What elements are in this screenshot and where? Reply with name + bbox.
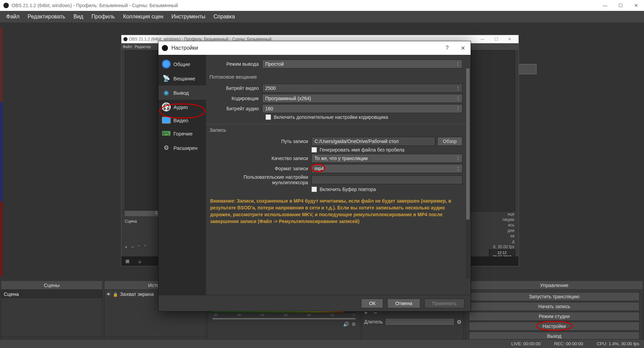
advanced-encoder-label: Включить дополнительные настройки кодиро… — [274, 114, 388, 120]
scene-item[interactable]: Сцена — [1, 290, 102, 298]
nav-hotkeys[interactable]: ⌨Горячие — [158, 126, 206, 141]
ok-button[interactable]: ОК — [361, 299, 383, 308]
settings-titlebar: Настройки ? ✕ — [158, 41, 471, 55]
inner-scene-item: Сцена — [125, 219, 137, 224]
scene-item-label: Сцена — [4, 291, 19, 297]
start-recording-button[interactable]: Начать запись — [469, 302, 640, 311]
inner-clock-time: 12:12 — [493, 251, 511, 255]
scrollbar-thumb[interactable] — [466, 68, 470, 220]
record-path-input[interactable]: C:/Users/gaida/OneDrive/Рабочий стол — [311, 137, 435, 146]
maximize-button[interactable]: ☐ — [613, 0, 628, 11]
muxer-input[interactable] — [311, 175, 462, 184]
inner-rt-1: ляцию — [493, 217, 514, 222]
menu-scene-collection[interactable]: Коллекция сцен — [119, 12, 167, 22]
gear-icon: ⚙ — [162, 143, 171, 152]
close-button[interactable]: ✕ — [628, 0, 644, 11]
inner-menu-file: Файл — [123, 45, 132, 49]
inner-rt-6: 6, 30.00 fps — [493, 244, 514, 250]
settings-footer: ОК Отмена Применить — [158, 295, 471, 311]
apply-button[interactable]: Применить — [424, 299, 464, 308]
volume-slider[interactable] — [213, 317, 355, 320]
nav-audio[interactable]: 🎧Аудио — [158, 100, 206, 114]
audio-bitrate-label: Битрейт аудио — [209, 106, 262, 111]
output-mode-select[interactable]: Простой▴▾ — [262, 60, 462, 68]
settings-scrollbar[interactable] — [466, 68, 470, 279]
dock-scenes: Сцены Сцена + − ˄ ˅ — [1, 281, 103, 347]
inner-app-icon — [123, 37, 128, 41]
ok-label: ОК — [369, 301, 375, 306]
menu-tools[interactable]: Инструменты — [167, 12, 209, 22]
nav-output-label: Вывод — [173, 90, 189, 96]
nav-video[interactable]: Видео — [158, 114, 206, 126]
globe-icon — [162, 60, 171, 68]
cancel-label: Отмена — [395, 301, 412, 306]
nav-output[interactable]: ◉Вывод — [158, 85, 206, 100]
transition-duration-input[interactable] — [385, 318, 455, 326]
browse-button[interactable]: Обзор — [437, 137, 462, 146]
dock-scenes-header: Сцены — [1, 281, 102, 290]
settings-content: Режим вывода Простой▴▾ Потоковое вещание… — [206, 55, 471, 295]
group-streaming: Потоковое вещание — [206, 71, 466, 82]
apply-label: Применить — [432, 301, 457, 306]
nav-advanced-label: Расширен — [173, 145, 198, 151]
chevron-down-icon: ▴▾ — [455, 155, 461, 162]
lock-icon[interactable] — [113, 291, 118, 297]
dock-controls: Управление Запустить трансляцию Начать з… — [465, 281, 643, 347]
advanced-encoder-checkbox[interactable] — [266, 114, 271, 120]
source-item-label: Захват экрана — [120, 291, 154, 297]
encoder-select[interactable]: Программный (x264)▴▾ — [262, 94, 462, 103]
chevron-down-icon: ▴▾ — [455, 105, 461, 112]
studio-mode-button[interactable]: Режим студии — [469, 312, 640, 321]
replay-buffer-checkbox[interactable] — [311, 187, 317, 192]
inner-min-icon: — — [476, 37, 489, 42]
eye-icon[interactable] — [106, 291, 111, 297]
start-streaming-button[interactable]: Запустить трансляцию — [469, 292, 640, 301]
nav-advanced[interactable]: ⚙Расширен — [158, 141, 206, 155]
video-bitrate-input[interactable]: 2500▴▾ — [262, 84, 462, 93]
inner-rt-5: д — [493, 239, 514, 244]
record-path-label: Путь записи — [209, 139, 311, 144]
chevron-down-icon: ▴▾ — [455, 61, 461, 67]
menu-edit[interactable]: Редактировать — [23, 12, 69, 22]
main-menubar: Файл Редактировать Вид Профиль Коллекция… — [0, 11, 644, 22]
menu-file[interactable]: Файл — [2, 12, 23, 22]
video-bitrate-value: 2500 — [265, 85, 276, 91]
nav-hotkeys-label: Горячие — [173, 131, 192, 137]
no-space-checkbox[interactable] — [311, 147, 317, 153]
settings-close-button[interactable]: ✕ — [455, 41, 471, 55]
mp4-warning: Внимание: Записи, сохраненные в MP4 буду… — [206, 194, 466, 228]
record-quality-select[interactable]: То же, что у трансляции▴▾ — [311, 154, 462, 163]
nav-stream-label: Вещание — [173, 76, 195, 81]
minimize-button[interactable]: — — [597, 0, 613, 11]
window-titlebar: OBS 21.1.2 (64bit, windows) - Профиль: Б… — [0, 0, 644, 11]
menu-help[interactable]: Справка — [209, 12, 239, 22]
meter-ticks: -60-50-40-30-20-100 — [213, 313, 355, 317]
chevron-down-icon: ▴▾ — [455, 165, 461, 172]
headphones-icon: 🎧 — [162, 102, 171, 111]
record-path-value: C:/Users/gaida/OneDrive/Рабочий стол — [315, 139, 399, 144]
inner-search-icon: ⌕ — [134, 258, 146, 264]
mute-button[interactable]: 🔊 — [343, 321, 349, 327]
app-icon — [3, 3, 9, 8]
inner-start-icon: ⊞ — [121, 258, 134, 264]
spinner-icon: ▴▾ — [455, 85, 461, 92]
chevron-down-icon: ▴▾ — [455, 95, 461, 102]
settings-button-label: Настройки — [543, 323, 566, 329]
start-streaming-label: Запустить трансляцию — [529, 294, 579, 299]
settings-button[interactable]: Настройки — [469, 322, 640, 331]
settings-app-icon — [162, 45, 168, 51]
nav-stream[interactable]: 📡Вещание — [158, 71, 206, 85]
mixer-settings-button[interactable]: ⚙ — [352, 321, 356, 327]
settings-help-button[interactable]: ? — [439, 41, 455, 55]
menu-profile[interactable]: Профиль — [87, 12, 119, 22]
cancel-button[interactable]: Отмена — [387, 299, 420, 308]
status-cpu: CPU: 1.4%, 30.00 fps — [597, 341, 639, 346]
nav-general-label: Общие — [173, 61, 190, 67]
record-format-select[interactable]: mp4 ▴▾ — [311, 164, 462, 173]
menu-view[interactable]: Вид — [69, 12, 87, 22]
record-quality-value: То же, что у трансляции — [315, 156, 368, 161]
inner-menu-edit: Редактир — [135, 45, 151, 49]
audio-bitrate-select[interactable]: 160▴▾ — [262, 104, 462, 113]
nav-general[interactable]: Общие — [158, 57, 206, 71]
transition-duration-settings[interactable]: ⚙ — [457, 319, 461, 325]
